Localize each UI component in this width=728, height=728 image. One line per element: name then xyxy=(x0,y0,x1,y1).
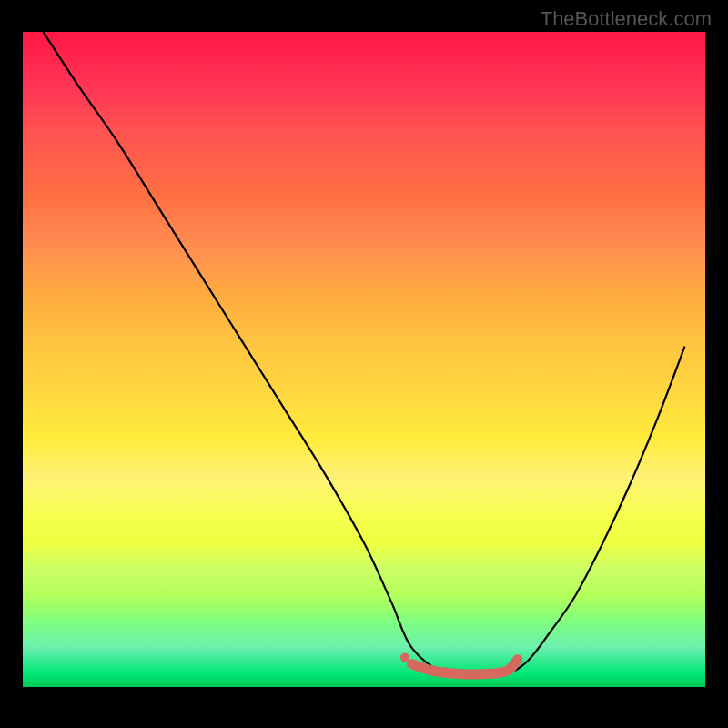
chart-curve xyxy=(23,32,705,687)
chart-plot-area xyxy=(23,32,705,687)
svg-point-0 xyxy=(400,653,410,662)
watermark-text: TheBottleneck.com xyxy=(541,7,712,31)
